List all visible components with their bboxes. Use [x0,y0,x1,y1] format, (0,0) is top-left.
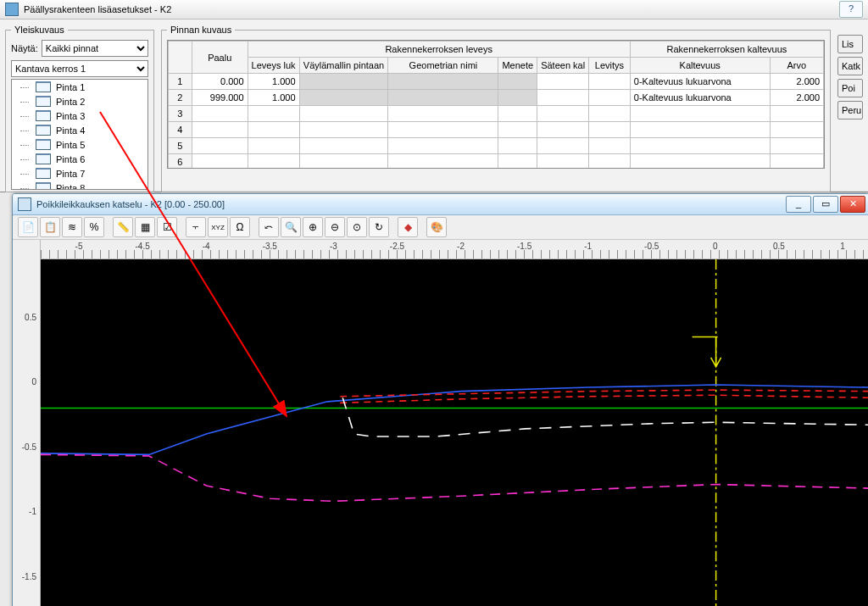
table-row[interactable]: 3 [169,106,824,122]
toolbar-zoom-ext-icon[interactable]: ⊙ [347,217,367,237]
remove-button[interactable]: Poi [837,79,863,97]
layer-icon [36,182,51,190]
toolbar-xyz-icon[interactable]: XYZ [208,217,228,237]
table-row[interactable]: 2999.0001.0000-Kaltevuus lukuarvona2.000 [169,90,824,106]
toolbar-snap-icon[interactable]: Ω [230,217,250,237]
viewer-titlebar[interactable]: Poikkileikkauksen katselu - K2 [0.00 - 2… [13,194,868,215]
col-group-header: Rakennekerroksen kaltevuus [630,42,823,58]
layer-icon [36,110,51,121]
viewer-app-icon [18,197,31,211]
layer-icon [36,81,51,92]
cross-section-window: Poikkileikkauksen katselu - K2 [0.00 - 2… [12,193,868,606]
overview-legend: Yleiskuvaus [11,25,68,35]
viewer-toolbar: 📄 📋 ≋ % 📏 ▦ ☑ ⫟ XYZ Ω ⤺ 🔍 ⊕ ⊖ ⊙ ↻ ◆ 🎨 [13,215,868,240]
graph-region: ↔ 0.50-0.5-1-1.5 -5-4.5-4-3.5-3-2.5-2-1.… [13,240,868,606]
data-grid[interactable]: Paalu Rakennekerroksen leveys Rakenneker… [168,41,824,169]
x-tick-label: 1 [840,242,845,251]
data-grid-wrapper[interactable]: Paalu Rakennekerroksen leveys Rakenneker… [167,40,825,169]
layer-icon [36,153,51,164]
toolbar-btn-2[interactable]: 📋 [40,217,60,237]
show-select[interactable]: Kaikki pinnat [42,40,148,57]
surface-tree[interactable]: Pinta 1 Pinta 2 Pinta 3 Pinta 4 Pinta 5 … [11,79,148,190]
toolbar-btn-4[interactable]: % [84,217,104,237]
window-titlebar: Päällysrakenteen lisäasetukset - K2 ? [0,0,868,19]
toolbar-palette-icon[interactable]: 🎨 [426,217,447,237]
col-header[interactable]: Paalu [192,42,248,74]
x-ruler: -5-4.5-4-3.5-3-2.5-2-1.5-1-0.500.51 [41,240,868,259]
toolbar-ruler-icon[interactable]: 📏 [113,217,133,237]
table-row[interactable]: 10.0001.0000-Kaltevuus lukuarvona2.000 [169,74,824,90]
help-button[interactable]: ? [839,1,863,18]
tree-item: Pinta 8 [12,181,147,190]
y-ruler: 0.50-0.5-1-1.5 [13,240,41,606]
window-title: Päällysrakenteen lisäasetukset - K2 [24,4,834,14]
col-header[interactable]: Menete [498,58,537,74]
x-tick-label: -2 [457,242,465,251]
y-tick-label: -0.5 [22,442,36,451]
tree-item: Pinta 5 [12,137,147,152]
tree-item: Pinta 4 [12,123,147,137]
table-row[interactable]: 5 [169,138,824,154]
minimize-button[interactable]: _ [786,196,811,213]
col-group-header: Rakennekerroksen leveys [248,42,630,58]
table-row[interactable]: 4 [169,122,824,138]
toolbar-btn-1[interactable]: 📄 [18,217,38,237]
add-button[interactable]: Lis [837,35,863,53]
overview-group: Yleiskuvaus Näytä: Kaikki pinnat Kantava… [5,25,154,192]
toolbar-zoom-out-icon[interactable]: ⊖ [325,217,345,237]
col-header[interactable]: Säteen kal [537,58,589,74]
y-tick-label: 0 [31,377,36,386]
close-button[interactable]: ✕ [840,196,865,213]
toolbar-zoom-prev-icon[interactable]: ⤺ [259,217,279,237]
y-tick-label: -1.5 [22,571,36,581]
series-blue [41,385,868,454]
toolbar-axis-icon[interactable]: ⫟ [186,217,206,237]
x-tick-label: -5 [75,242,83,251]
x-tick-label: 0.5 [773,242,785,251]
col-header[interactable]: Geometrian nimi [388,58,498,74]
toolbar-grid-icon[interactable]: ▦ [135,217,155,237]
tree-item: Pinta 6 [12,152,147,166]
y-tick-label: 0.5 [25,312,36,321]
surface-desc-legend: Pinnan kuvaus [167,25,235,35]
layer-select[interactable]: Kantava kerros 1 [11,60,148,77]
toolbar-refresh-icon[interactable]: ↻ [369,217,389,237]
tree-item: Pinta 3 [12,108,147,123]
toolbar-zoom-win-icon[interactable]: 🔍 [281,217,301,237]
x-tick-label: -4.5 [135,242,149,251]
viewer-title: Poikkileikkauksen katselu - K2 [0.00 - 2… [36,199,781,209]
table-row[interactable]: 6 [169,154,824,170]
series-magenta [41,454,868,501]
x-tick-label: -0.5 [644,242,659,251]
layer-icon [36,125,51,136]
toolbar-layers-icon[interactable]: ◆ [398,217,418,237]
layer-icon [36,139,51,150]
x-tick-label: -3.5 [263,242,277,251]
maximize-button[interactable]: ▭ [813,196,838,213]
layer-icon [36,96,51,107]
series-red-upper [340,390,868,397]
col-header[interactable]: Leveys luk [248,58,299,74]
surface-desc-group: Pinnan kuvaus Paalu Rakennekerroksen lev… [161,25,831,192]
col-header[interactable]: Väylämallin pintaan [299,58,388,74]
toolbar-zoom-center-icon[interactable]: ⊕ [303,217,323,237]
cancel-button[interactable]: Peru [837,101,863,120]
toolbar-btn-3[interactable]: ≋ [62,217,82,237]
cross-section-plot[interactable] [41,259,868,606]
break-button[interactable]: Katk [837,57,863,75]
series-red-lower [340,395,868,403]
y-tick-label: -1 [29,507,36,516]
col-header[interactable]: Kaltevuus [630,58,770,74]
show-label: Näytä: [11,43,38,53]
settings-window: Päällysrakenteen lisäasetukset - K2 ? Yl… [0,0,868,192]
col-header[interactable]: Arvo [770,58,823,74]
layer-icon [36,168,51,179]
tree-item: Pinta 7 [12,166,147,181]
x-tick-label: -4 [203,242,210,251]
col-header[interactable]: Levitys [589,58,631,74]
x-tick-label: 0 [713,242,718,251]
tree-item: Pinta 2 [12,94,147,108]
toolbar-pick-icon[interactable]: ☑ [157,217,177,237]
series-white [342,398,868,436]
tree-item: Pinta 1 [12,80,147,94]
